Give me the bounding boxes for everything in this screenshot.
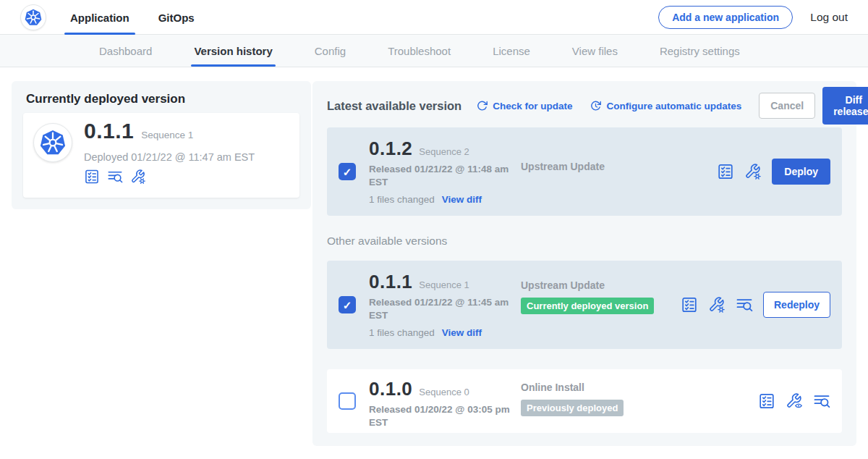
deploy-logs-icon[interactable] bbox=[813, 392, 830, 410]
logout-button[interactable]: Log out bbox=[810, 0, 848, 35]
version-source-label: Upstream Update bbox=[521, 279, 654, 291]
version-source: Upstream Update bbox=[521, 161, 605, 172]
diff-releases-button[interactable]: Diff releases bbox=[822, 87, 868, 125]
app-window: Application GitOps Add a new application… bbox=[0, 0, 868, 459]
view-diff-link[interactable]: View diff bbox=[442, 327, 482, 338]
configure-automatic-updates-link[interactable]: Configure automatic updates bbox=[590, 100, 741, 112]
check-for-update-label: Check for update bbox=[493, 101, 572, 111]
currently-deployed-badge: Currently deployed version bbox=[521, 298, 654, 314]
previously-deployed-badge: Previously deployed bbox=[521, 400, 624, 416]
version-sequence: Sequence 0 bbox=[419, 387, 469, 397]
version-checkbox[interactable]: ✓ bbox=[339, 296, 356, 313]
deployed-version-actions bbox=[84, 169, 146, 185]
version-number: 0.1.1 bbox=[369, 271, 412, 293]
deploy-logs-icon[interactable] bbox=[736, 296, 753, 313]
preflight-checks-icon[interactable] bbox=[717, 163, 734, 180]
subnav-item-registry-settings[interactable]: Registry settings bbox=[660, 35, 740, 67]
version-released: Released 01/21/22 @ 11:48 am EST bbox=[369, 163, 514, 189]
deployed-version-line: 0.1.1 Sequence 1 bbox=[84, 119, 193, 143]
version-actions: Deploy bbox=[717, 159, 830, 185]
check-icon: ✓ bbox=[343, 167, 352, 177]
other-available-versions-title: Other available versions bbox=[327, 235, 447, 248]
version-number: 0.1.0 bbox=[369, 378, 412, 400]
version-sequence: Sequence 2 bbox=[419, 146, 469, 157]
version-source: Online Install Previously deployed bbox=[521, 382, 624, 416]
deploy-logs-icon[interactable] bbox=[107, 169, 123, 185]
version-info: 0.1.2 Sequence 2 Released 01/21/22 @ 11:… bbox=[369, 138, 514, 205]
add-new-application-button[interactable]: Add a new application bbox=[658, 6, 793, 29]
app-icon-badge bbox=[33, 123, 72, 162]
deployed-timestamp: Deployed 01/21/22 @ 11:47 am EST bbox=[84, 151, 255, 163]
view-config-icon[interactable] bbox=[786, 392, 803, 410]
subnav-item-view-files[interactable]: View files bbox=[572, 35, 618, 67]
version-source-label: Online Install bbox=[521, 382, 624, 393]
edit-config-icon[interactable] bbox=[130, 169, 146, 185]
check-icon: ✓ bbox=[343, 300, 352, 311]
refresh-icon bbox=[476, 100, 488, 112]
subnav-item-config[interactable]: Config bbox=[315, 35, 346, 67]
files-changed-label: 1 files changed bbox=[369, 194, 435, 205]
latest-available-header: Latest available version Check for updat… bbox=[327, 92, 845, 119]
subnav-item-troubleshoot[interactable]: Troubleshoot bbox=[388, 35, 451, 67]
edit-config-icon[interactable] bbox=[708, 296, 726, 313]
configure-automatic-updates-label: Configure automatic updates bbox=[606, 101, 741, 111]
check-for-update-link[interactable]: Check for update bbox=[476, 100, 572, 112]
version-info: 0.1.0 Sequence 0 Released 01/20/22 @ 03:… bbox=[369, 378, 514, 429]
version-checkbox[interactable] bbox=[339, 392, 356, 410]
preflight-checks-icon[interactable] bbox=[681, 296, 698, 313]
version-number: 0.1.2 bbox=[369, 138, 412, 160]
edit-config-icon[interactable] bbox=[744, 163, 762, 180]
clock-refresh-icon bbox=[590, 100, 602, 112]
currently-deployed-title: Currently deployed version bbox=[26, 92, 311, 106]
version-checkbox[interactable]: ✓ bbox=[339, 163, 356, 180]
files-changed-label: 1 files changed bbox=[369, 327, 435, 338]
app-subnav: Dashboard Version history Config Trouble… bbox=[0, 35, 868, 67]
version-row-0-1-0: 0.1.0 Sequence 0 Released 01/20/22 @ 03:… bbox=[327, 369, 842, 433]
top-tabs: Application GitOps bbox=[70, 0, 195, 35]
subnav-item-version-history[interactable]: Version history bbox=[194, 35, 272, 67]
deploy-button[interactable]: Deploy bbox=[772, 159, 830, 185]
tab-application[interactable]: Application bbox=[70, 0, 129, 35]
currently-deployed-panel: Currently deployed version 0.1.1 Sequenc… bbox=[12, 81, 311, 209]
version-row-0-1-1: ✓ 0.1.1 Sequence 1 Released 01/21/22 @ 1… bbox=[327, 261, 842, 349]
top-navbar: Application GitOps Add a new application… bbox=[0, 0, 868, 35]
latest-available-title: Latest available version bbox=[327, 99, 461, 113]
version-source: Upstream Update Currently deployed versi… bbox=[521, 279, 654, 314]
version-history-panel: Latest available version Check for updat… bbox=[312, 81, 856, 446]
version-source-label: Upstream Update bbox=[521, 161, 605, 172]
version-info: 0.1.1 Sequence 1 Released 01/21/22 @ 11:… bbox=[369, 271, 514, 338]
version-released: Released 01/21/22 @ 11:45 am EST bbox=[369, 296, 514, 322]
redeploy-button[interactable]: Redeploy bbox=[763, 292, 830, 318]
version-actions bbox=[758, 392, 830, 410]
version-released: Released 01/20/22 @ 03:05 pm EST bbox=[369, 403, 514, 429]
subnav-item-license[interactable]: License bbox=[493, 35, 530, 67]
preflight-checks-icon[interactable] bbox=[758, 392, 775, 410]
deployed-version-number: 0.1.1 bbox=[84, 119, 134, 143]
version-row-0-1-2: ✓ 0.1.2 Sequence 2 Released 01/21/22 @ 1… bbox=[327, 127, 842, 216]
tab-gitops[interactable]: GitOps bbox=[158, 0, 195, 35]
currently-deployed-card: 0.1.1 Sequence 1 Deployed 01/21/22 @ 11:… bbox=[23, 113, 299, 198]
view-diff-link[interactable]: View diff bbox=[442, 194, 482, 205]
preflight-checks-icon[interactable] bbox=[84, 169, 100, 185]
kubernetes-wheel-icon bbox=[23, 7, 43, 28]
subnav-item-dashboard[interactable]: Dashboard bbox=[99, 35, 152, 67]
version-sequence: Sequence 1 bbox=[419, 279, 469, 290]
deployed-version-sequence: Sequence 1 bbox=[141, 130, 193, 140]
kubernetes-wheel-icon bbox=[38, 127, 68, 158]
cancel-button[interactable]: Cancel bbox=[759, 93, 815, 119]
version-actions: Redeploy bbox=[681, 292, 830, 318]
kubernetes-logo bbox=[20, 4, 46, 30]
